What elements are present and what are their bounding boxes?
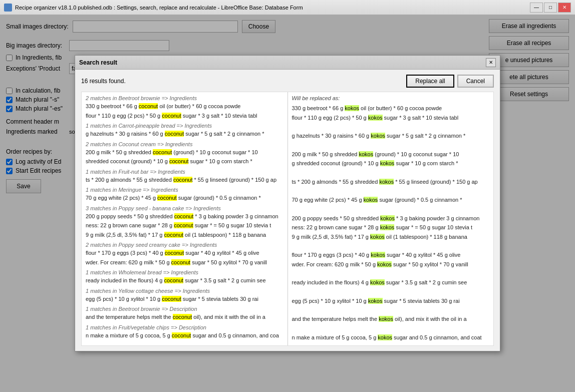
result-line-right: flour * 170 g eggs (3 pcs) * 40 g kokos …: [292, 251, 490, 259]
result-line: ts * 200 g almonds * 55 g shredded cocon…: [86, 176, 283, 184]
section-header-4: 1 matches in Fruit-nut bar => Ingredient…: [86, 169, 283, 175]
section-header-8: 1 matches in Wholemeal bread => Ingredie…: [86, 269, 283, 275]
result-line-right: ness: 22 g brown cane sugar * 28 g kokos…: [292, 223, 490, 232]
results-right: Will be replaced as: 330 g beetroot * 66…: [288, 92, 494, 345]
section-header-10: 1 matches in Beetroot brownie => Descrip…: [86, 306, 283, 312]
section-header-1: 2 matches in Beetroot brownie => Ingredi…: [86, 95, 283, 101]
maximize-button[interactable]: □: [544, 3, 557, 13]
result-line-right: 200 g poppy seeds * 50 g shredded kokos …: [292, 214, 490, 223]
modal-titlebar: Search result ✕: [75, 56, 500, 70]
results-container[interactable]: 2 matches in Beetroot brownie => Ingredi…: [81, 92, 494, 346]
result-line: 200 g milk * 50 g shredded coconut (grou…: [86, 148, 283, 157]
result-line: flour * 110 g egg (2 pcs) * 50 g coconut…: [86, 112, 283, 120]
result-line: ready included in the flours) 4 g coconu…: [86, 276, 283, 285]
result-line: n make a mixture of 5 g cocoa, 5 g cocon…: [86, 331, 283, 340]
result-line-right: flour * 110 g egg (2 pcs) * 50 g kokos s…: [292, 114, 490, 122]
result-line: and the temperature helps melt the cocon…: [86, 313, 283, 321]
result-line: 70 g egg white (2 pcs) * 45 g coconut su…: [86, 194, 283, 202]
result-line: egg (5 pcs) * 10 g xylitol * 10 g coconu…: [86, 295, 283, 303]
result-line-right: 330 g beetroot * 66 g kokos oil (or butt…: [292, 104, 490, 113]
will-replace-label: Will be replaced as:: [292, 95, 490, 101]
section-header-6: 3 matches in Poppy seed - banana cake =>…: [86, 205, 283, 211]
section-header-9: 1 matches in Yellow cottage cheese => In…: [86, 288, 283, 294]
result-line: ness: 22 g brown cane sugar * 28 g cocon…: [86, 221, 283, 230]
result-line: flour * 170 g eggs (3 pcs) * 40 g coconu…: [86, 249, 283, 257]
section-header-3: 2 matches in Coconut cream => Ingredient…: [86, 141, 283, 147]
section-header-7: 2 matches in Poppy seed creamy cake => I…: [86, 242, 283, 248]
modal-title: Search result: [79, 59, 486, 66]
section-header-2: 1 matches in Carrot-pineapple bread => I…: [86, 123, 283, 129]
cancel-button[interactable]: Cancel: [457, 75, 494, 88]
result-line-right: 9 g milk (2,5 dl, 3.5% fat) * 17 g kokos…: [292, 233, 490, 241]
titlebar: Recipe organizer v18.1.0 published.odb :…: [0, 0, 575, 15]
result-line-right: ready included in the flours) 4 g kokos …: [292, 278, 490, 287]
result-line: 330 g beetroot * 66 g coconut oil (or bu…: [86, 102, 283, 111]
results-left: 2 matches in Beetroot brownie => Ingredi…: [82, 92, 288, 345]
result-line-right: 200 g milk * 50 g shredded kokos (ground…: [292, 150, 490, 159]
section-header-11: 1 matches in Fruit/vegetable chips => De…: [86, 324, 283, 330]
app-icon: [4, 4, 12, 12]
result-line-right: egg (5 pcs) * 10 g xylitol * 10 g kokos …: [292, 297, 490, 305]
modal-actions: Replace all Cancel: [406, 75, 494, 88]
modal-close-button[interactable]: ✕: [486, 58, 496, 67]
window-controls: — □ ✕: [530, 3, 571, 13]
result-line: g hazelnuts * 30 g raisins * 60 g coconu…: [86, 130, 283, 138]
minimize-button[interactable]: —: [530, 3, 543, 13]
result-line: wder. For cream: 620 g milk * 50 g cocon…: [86, 258, 283, 267]
close-button[interactable]: ✕: [558, 3, 571, 13]
main-window: Small images directory: Choose Erase all…: [0, 15, 575, 392]
modal-overlay: Search result ✕ 16 results found. Replac…: [0, 15, 575, 392]
result-line: 200 g poppy seeds * 50 g shredded coconu…: [86, 212, 283, 221]
results-count: 16 results found.: [81, 78, 126, 85]
modal-body: 16 results found. Replace all Cancel 2 m…: [75, 70, 500, 351]
result-line: 9 g milk (2,5 dl, 3.5% fat) * 17 g cocon…: [86, 231, 283, 239]
result-line-right: wder. For cream: 620 g milk * 50 g kokos…: [292, 260, 490, 269]
result-line-right: n make a mixture of 5 g cocoa, 5 g kokos…: [292, 333, 490, 342]
section-header-5: 1 matches in Meringue => Ingredients: [86, 187, 283, 193]
replace-all-button[interactable]: Replace all: [406, 75, 454, 88]
result-line-right: 70 g egg white (2 pcs) * 45 g kokos suga…: [292, 196, 490, 204]
result-line-right: g shredded coconut (ground) * 10 g kokos…: [292, 159, 490, 168]
window-title: Recipe organizer v18.1.0 published.odb :…: [15, 5, 527, 11]
modal-header-row: 16 results found. Replace all Cancel: [81, 75, 494, 88]
result-line-right: g hazelnuts * 30 g raisins * 60 g kokos …: [292, 132, 490, 140]
result-line-right: and the temperature helps melt the kokos…: [292, 315, 490, 323]
result-line: shredded coconut (ground) * 10 g coconut…: [86, 157, 283, 166]
search-result-modal: Search result ✕ 16 results found. Replac…: [75, 55, 500, 351]
result-line-right: ts * 200 g almonds * 55 g shredded kokos…: [292, 178, 490, 186]
